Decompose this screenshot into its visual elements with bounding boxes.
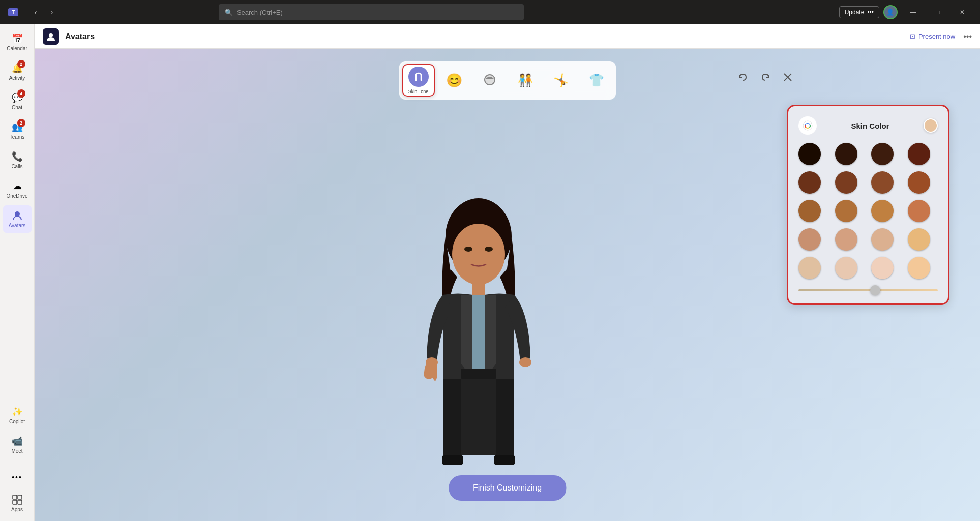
- color-swatch-5-3[interactable]: [871, 257, 894, 279]
- sidebar-item-calls[interactable]: 📞 Calls: [3, 146, 32, 174]
- category-accessories[interactable]: 🤸: [545, 64, 577, 97]
- skin-color-preview: [924, 118, 938, 133]
- color-swatch-2-4[interactable]: [908, 171, 930, 194]
- svg-point-8: [485, 75, 495, 85]
- nav-arrows: ‹ ›: [28, 5, 59, 19]
- sidebar-item-meet[interactable]: 📹 Meet: [3, 431, 32, 458]
- svg-rect-4: [18, 495, 22, 499]
- sidebar-label-onedrive: OneDrive: [6, 193, 27, 199]
- category-face[interactable]: 😊: [438, 64, 470, 97]
- present-now-button[interactable]: ⊡ Present now: [906, 30, 959, 42]
- clothing-icon: 👕: [589, 73, 604, 87]
- close-button[interactable]: ✕: [951, 4, 974, 20]
- forward-button[interactable]: ›: [45, 5, 59, 19]
- avatars-app-icon: [43, 28, 59, 45]
- sidebar-label-meet: Meet: [11, 448, 22, 454]
- sidebar-item-calendar[interactable]: 📅 Calendar: [3, 28, 32, 56]
- color-swatch-5-4[interactable]: [908, 257, 930, 279]
- sidebar-item-teams[interactable]: 👥 2 Teams: [3, 117, 32, 144]
- color-swatch-4-4[interactable]: [908, 228, 930, 251]
- color-swatch-5-1[interactable]: [798, 257, 821, 279]
- color-swatch-2-3[interactable]: [871, 171, 894, 194]
- svg-rect-20: [442, 455, 463, 465]
- category-clothing[interactable]: 👕: [580, 64, 613, 97]
- sidebar-item-copilot[interactable]: ✨ Copilot: [3, 402, 32, 429]
- color-swatch-1-3[interactable]: [871, 143, 894, 165]
- color-swatch-3-2[interactable]: [835, 200, 857, 222]
- skin-panel-title: Skin Color: [851, 121, 889, 130]
- hair-icon: [482, 72, 498, 89]
- app-header: Avatars ⊡ Present now •••: [35, 24, 980, 49]
- minimize-button[interactable]: —: [902, 4, 925, 20]
- svg-point-12: [452, 224, 505, 285]
- color-swatch-2-1[interactable]: [798, 171, 821, 194]
- redo-button[interactable]: [756, 68, 775, 86]
- skin-tone-label: Skin Tone: [408, 89, 428, 94]
- avatar-figure: [382, 186, 575, 491]
- search-icon: 🔍: [225, 9, 233, 16]
- color-swatch-3-4[interactable]: [908, 200, 930, 222]
- skin-slider-track: [798, 289, 938, 291]
- color-swatch-3-1[interactable]: [798, 200, 821, 222]
- calendar-icon: 📅: [11, 33, 23, 45]
- teams-logo-icon: T: [6, 5, 20, 19]
- face-icon: 😊: [446, 73, 462, 88]
- search-bar[interactable]: 🔍: [219, 4, 524, 20]
- sidebar-label-activity: Activity: [9, 75, 25, 81]
- maximize-button[interactable]: □: [926, 4, 949, 20]
- color-swatch-2-2[interactable]: [835, 171, 857, 194]
- svg-rect-6: [18, 500, 22, 504]
- more-options-button[interactable]: •••: [963, 32, 972, 41]
- category-body[interactable]: 🧑‍🤝‍🧑: [509, 64, 542, 97]
- color-grid: [798, 143, 938, 279]
- sidebar-item-apps[interactable]: Apps: [3, 489, 32, 517]
- svg-rect-5: [13, 500, 17, 504]
- skin-slider-container: [798, 287, 938, 293]
- skin-tone-icon: [408, 67, 429, 87]
- app-header-right: ⊡ Present now •••: [906, 30, 972, 42]
- category-skin-tone[interactable]: Skin Tone: [402, 64, 435, 97]
- sidebar-item-avatars[interactable]: Avatars: [3, 205, 32, 233]
- meet-icon: 📹: [11, 435, 23, 447]
- svg-rect-3: [13, 495, 17, 499]
- close-editor-button[interactable]: [779, 68, 797, 86]
- window-controls: — □ ✕: [902, 4, 974, 20]
- svg-point-14: [485, 247, 493, 252]
- accessories-icon: 🤸: [553, 73, 569, 87]
- finish-customizing-button[interactable]: Finish Customizing: [449, 475, 566, 501]
- sidebar-label-calendar: Calendar: [7, 46, 27, 52]
- color-swatch-3-3[interactable]: [871, 200, 894, 222]
- title-bar-right: Update ••• 👤 — □ ✕: [839, 4, 974, 20]
- sidebar-divider: [7, 463, 27, 463]
- body-icon: 🧑‍🤝‍🧑: [518, 73, 533, 87]
- color-swatch-1-4[interactable]: [908, 143, 930, 165]
- edit-toolbar: [734, 68, 797, 86]
- color-swatch-1-1[interactable]: [798, 143, 821, 165]
- app-body: 📅 Calendar 🔔 2 Activity 💬 4 Chat 👥 2 Tea…: [0, 24, 980, 521]
- sidebar-label-teams: Teams: [10, 134, 24, 140]
- svg-rect-17: [461, 379, 496, 455]
- sidebar-label-calls: Calls: [11, 164, 22, 170]
- svg-text:T: T: [12, 10, 15, 15]
- user-avatar[interactable]: 👤: [883, 5, 898, 19]
- sidebar-item-activity[interactable]: 🔔 2 Activity: [3, 58, 32, 85]
- skin-slider-thumb[interactable]: [870, 285, 880, 295]
- skin-color-panel: Skin Color: [787, 105, 949, 305]
- color-swatch-4-3[interactable]: [871, 228, 894, 251]
- update-button[interactable]: Update •••: [839, 6, 879, 18]
- sidebar-item-onedrive[interactable]: ☁ OneDrive: [3, 176, 32, 203]
- color-swatch-4-2[interactable]: [835, 228, 857, 251]
- color-swatch-1-2[interactable]: [835, 143, 857, 165]
- back-button[interactable]: ‹: [28, 5, 43, 19]
- svg-rect-15: [472, 280, 485, 295]
- sidebar-item-chat[interactable]: 💬 4 Chat: [3, 87, 32, 115]
- color-swatch-5-2[interactable]: [835, 257, 857, 279]
- svg-point-13: [464, 247, 472, 252]
- svg-rect-21: [494, 455, 515, 465]
- undo-button[interactable]: [734, 68, 752, 86]
- color-swatch-4-1[interactable]: [798, 228, 821, 251]
- search-input[interactable]: [237, 9, 518, 16]
- copilot-icon: ✨: [11, 406, 23, 418]
- category-hair[interactable]: [473, 64, 506, 97]
- sidebar-item-more[interactable]: •••: [3, 467, 32, 487]
